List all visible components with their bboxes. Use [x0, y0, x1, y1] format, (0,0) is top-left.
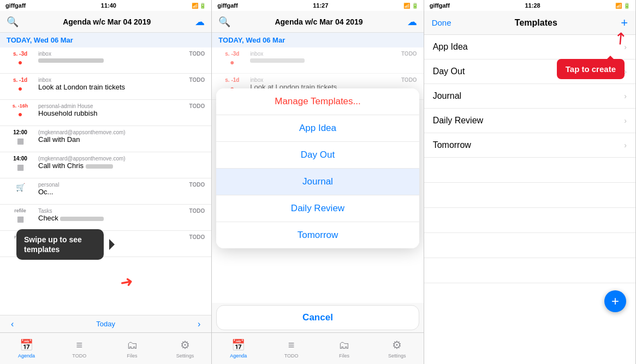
bottom-nav-agenda-2[interactable]: 📅 Agenda — [212, 333, 265, 364]
template-row-empty-5 — [424, 258, 635, 283]
schedule-2: s. -1d — [13, 77, 27, 83]
todo-icon-1: ≡ — [76, 339, 82, 351]
agenda-label-2: Agenda — [230, 353, 247, 359]
flag-icon-1: ● — [18, 58, 22, 67]
nav-bar-1: 🔍 Agenda w/c Mar 04 2019 ☁ — [0, 11, 211, 33]
search-icon-2[interactable]: 🔍 — [218, 16, 230, 28]
template-modal: Manage Templates... App Idea Day Out Jou… — [216, 88, 419, 248]
badge-2: TODO — [189, 77, 205, 83]
template-row-empty-2 — [424, 183, 635, 208]
bottom-nav-files-2[interactable]: 🗂 Files — [318, 333, 371, 364]
cloud-icon-1[interactable]: ☁ — [195, 16, 205, 28]
settings-label-1: Settings — [176, 353, 194, 359]
settings-icon-1: ⚙ — [180, 338, 190, 351]
template-row-tomorrow[interactable]: Tomorrow › — [424, 133, 635, 158]
category-5: (mgkennard@appsonthemove.com) — [38, 156, 205, 162]
files-label-1: Files — [127, 353, 138, 359]
agenda-icon-1: 📅 — [20, 338, 33, 351]
settings-icon-2: ⚙ — [392, 338, 402, 351]
bottom-nav-settings-2[interactable]: ⚙ Settings — [371, 333, 424, 364]
chevron-icon-5: › — [624, 141, 627, 150]
status-bar-3: giffgaff 11:28 📶 🔋 — [424, 0, 635, 11]
flag-icon-2: ● — [18, 84, 22, 93]
day-out-item[interactable]: Day Out — [216, 142, 419, 169]
search-icon-1[interactable]: 🔍 — [7, 16, 19, 28]
bottom-nav-2: 📅 Agenda ≡ TODO 🗂 Files ⚙ Settings — [212, 332, 423, 364]
status-bar-1: giffgaff 11:40 📶 🔋 — [0, 0, 211, 11]
schedule-5: 14:00 — [13, 156, 27, 162]
agenda-icon-2: 📅 — [231, 338, 245, 351]
nav-bar-2: 🔍 Agenda w/c Mar 04 2019 ☁ — [212, 11, 423, 33]
add-template-button[interactable]: + — [621, 16, 628, 30]
todo-label-1: TODO — [72, 353, 86, 359]
carrier-1: giffgaff — [5, 2, 26, 9]
list-item-5: 14:00 ▦ (mgkennard@appsonthemove.com) Ca… — [0, 152, 211, 178]
cart-icon-6: 🛒 — [16, 183, 25, 192]
template-row-journal[interactable]: Journal › — [424, 84, 635, 109]
template-row-empty-3 — [424, 208, 635, 233]
nav-title-1: Agenda w/c Mar 04 2019 — [63, 17, 151, 26]
app-idea-item[interactable]: App Idea — [216, 115, 419, 142]
template-name-day-out: Day Out — [433, 67, 465, 76]
time-3: 11:28 — [525, 2, 540, 9]
cal-icon-5: ▦ — [17, 163, 24, 171]
title-3: Household rubbish — [38, 109, 185, 117]
title-6: Oc... — [38, 188, 185, 196]
schedule-4: 12:00 — [13, 129, 27, 135]
swipe-tooltip: Swipe up to see templates — [16, 229, 104, 260]
category-2: inbox — [38, 77, 185, 83]
template-row-daily-review[interactable]: Daily Review › — [424, 109, 635, 133]
badge-1: TODO — [189, 51, 205, 57]
icons-1: 📶 🔋 — [192, 3, 206, 9]
bottom-nav-agenda-1[interactable]: 📅 Agenda — [0, 333, 53, 364]
category-7: Tasks — [38, 208, 185, 214]
list-item-bg-1: s. -3d ● inbox TODO — [212, 47, 423, 74]
template-name-journal: Journal — [433, 91, 461, 101]
template-row-empty-4 — [424, 233, 635, 258]
bottom-nav-1: 📅 Agenda ≡ TODO 🗂 Files ⚙ Settings — [0, 332, 211, 364]
list-item-6: 🛒 personal Oc... TODO — [0, 178, 211, 205]
panel-3: giffgaff 11:28 📶 🔋 Done Templates + Tap … — [424, 0, 636, 364]
bottom-nav-todo-1[interactable]: ≡ TODO — [53, 333, 106, 364]
manage-templates-item[interactable]: Manage Templates... — [216, 88, 419, 115]
template-row-app-idea[interactable]: App Idea › — [424, 35, 635, 59]
category-6: personal — [38, 182, 185, 188]
prev-arrow-1[interactable]: ‹ — [11, 319, 14, 329]
title-7: Check — [38, 214, 185, 222]
todo-icon-2: ≡ — [288, 339, 295, 351]
nav-title-2: Agenda w/c Mar 04 2019 — [275, 17, 362, 26]
bottom-nav-settings-1[interactable]: ⚙ Settings — [158, 333, 211, 364]
journal-item[interactable]: Journal — [216, 169, 419, 195]
tomorrow-item[interactable]: Tomorrow — [216, 222, 419, 248]
todo-label-2: TODO — [284, 353, 299, 359]
cloud-icon-2[interactable]: ☁ — [407, 16, 417, 28]
panel-2: giffgaff 11:27 📶 🔋 🔍 Agenda w/c Mar 04 2… — [212, 0, 424, 364]
agenda-list-1: s. -3d ● inbox TODO s. -1d ● inbox Look … — [0, 47, 211, 315]
agenda-label-1: Agenda — [18, 353, 35, 359]
list-item-2: s. -1d ● inbox Look at London train tick… — [0, 74, 211, 100]
next-arrow-1[interactable]: › — [198, 319, 200, 329]
chevron-icon-2: › — [624, 67, 627, 76]
carrier-3: giffgaff — [430, 2, 450, 9]
schedule-3: s. -16h — [13, 103, 28, 109]
time-2: 11:27 — [313, 2, 328, 9]
carrier-2: giffgaff — [217, 2, 237, 9]
schedule-7: refile — [14, 208, 26, 213]
time-1: 11:40 — [101, 2, 116, 9]
title-4: Call with Dan — [38, 135, 205, 144]
bottom-nav-files-1[interactable]: 🗂 Files — [106, 333, 159, 364]
done-button[interactable]: Done — [432, 18, 451, 27]
daily-review-item[interactable]: Daily Review — [216, 195, 419, 222]
date-header-1: TODAY, Wed 06 Mar — [0, 33, 211, 47]
templates-title: Templates — [515, 18, 557, 28]
date-header-2: TODAY, Wed 06 Mar — [212, 33, 423, 47]
today-label-1[interactable]: Today — [96, 320, 115, 328]
agenda-bg-2: s. -3d ● inbox TODO s. -1d ● inbox Look … — [212, 47, 423, 303]
bottom-nav-todo-2[interactable]: ≡ TODO — [265, 333, 318, 364]
template-list: App Idea › Day Out › Journal › Daily Rev… — [424, 35, 635, 364]
icons-3: 📶 🔋 — [615, 3, 630, 9]
schedule-1: s. -3d — [13, 51, 27, 57]
cancel-button[interactable]: Cancel — [216, 305, 419, 330]
tap-to-create-tooltip: Tap to create — [557, 59, 625, 79]
list-item-7: refile ▦ Tasks Check TODO — [0, 205, 211, 231]
